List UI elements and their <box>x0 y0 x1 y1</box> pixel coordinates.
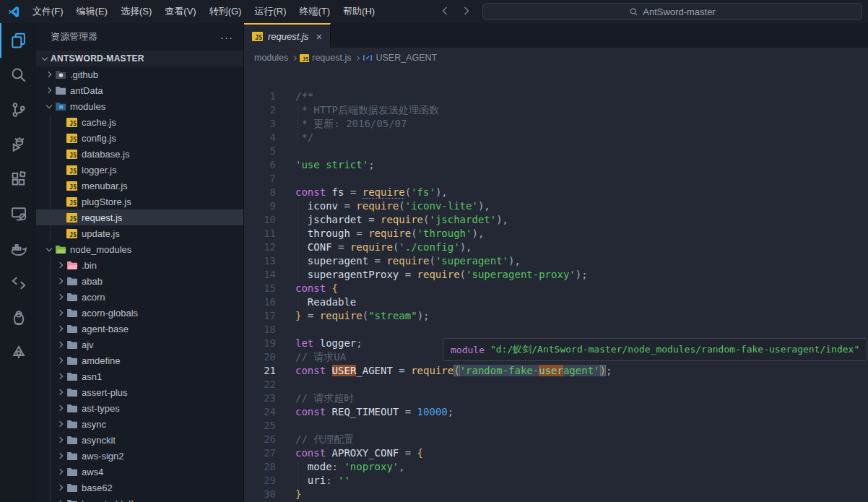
line-number: 2 <box>244 103 276 117</box>
menu-item[interactable]: 帮助(H) <box>337 2 381 21</box>
tree-item-amdefine[interactable]: amdefine <box>36 352 243 368</box>
code-line-30[interactable]: 30} <box>244 488 868 501</box>
code-line-21[interactable]: 21const USER_AGENT = require('random-fak… <box>244 364 868 378</box>
extension-knot-icon[interactable] <box>0 335 36 370</box>
tree-item-.github[interactable]: .github <box>36 66 243 82</box>
line-content: superagent = require('superagent'), <box>276 254 521 268</box>
code-line-26[interactable]: 26// 代理配置 <box>244 433 868 446</box>
code-line-9[interactable]: 9 iconv = require('iconv-lite'), <box>244 199 868 213</box>
tree-item-request.js[interactable]: JSrequest.js <box>36 209 243 225</box>
workspace-root-folder[interactable]: ANTSWORD-MASTER <box>36 51 243 66</box>
tree-item-async[interactable]: async <box>36 416 243 432</box>
tree-item-update.js[interactable]: JSupdate.js <box>36 225 243 241</box>
js-file-icon: JS <box>252 32 263 41</box>
tree-item-bcrypt-pbkdf[interactable]: bcrypt-pbkdf <box>36 495 243 502</box>
tree-item-logger.js[interactable]: JSlogger.js <box>36 162 243 178</box>
code-line-3[interactable]: 3 * 更新: 2016/05/07 <box>244 117 868 131</box>
tree-item-.bin[interactable]: .bin <box>36 257 243 273</box>
search-icon[interactable] <box>0 58 36 92</box>
code-line-28[interactable]: 28 mode: 'noproxy', <box>244 460 868 474</box>
line-number: 6 <box>244 158 276 172</box>
tab-request-js[interactable]: JS request.js × <box>244 23 331 48</box>
history-back-button[interactable] <box>439 5 451 19</box>
code-line-16[interactable]: 16 Readable <box>244 295 868 309</box>
code-line-6[interactable]: 6'use strict'; <box>244 158 868 172</box>
more-actions-icon[interactable]: ··· <box>220 31 233 43</box>
extensions-icon[interactable] <box>0 162 36 196</box>
tree-item-menubar.js[interactable]: JSmenubar.js <box>36 178 243 194</box>
line-number: 21 <box>244 364 276 378</box>
code-line-17[interactable]: 17} = require("stream"); <box>244 309 868 323</box>
menu-item[interactable]: 文件(F) <box>26 2 70 21</box>
tree-item-cache.js[interactable]: JScache.js <box>36 114 243 130</box>
code-line-14[interactable]: 14 superagentProxy = require('superagent… <box>244 268 868 282</box>
code-line-12[interactable]: 12 CONF = require('./config'), <box>244 241 868 254</box>
tree-item-database.js[interactable]: JSdatabase.js <box>36 146 243 162</box>
code-line-27[interactable]: 27const APROXY_CONF = { <box>244 446 868 460</box>
line-number: 25 <box>244 419 276 433</box>
tree-item-ajv[interactable]: ajv <box>36 337 243 352</box>
menu-item[interactable]: 转到(G) <box>203 2 248 21</box>
breadcrumb-item-USER_AGENT[interactable]: USER_AGENT <box>363 53 437 63</box>
code-line-7[interactable]: 7 <box>244 172 868 186</box>
tree-item-base62[interactable]: base62 <box>36 480 243 495</box>
code-line-5[interactable]: 5 <box>244 144 868 158</box>
run-and-debug-icon[interactable] <box>0 127 36 162</box>
line-number: 15 <box>244 282 276 295</box>
tree-item-ast-types[interactable]: ast-types <box>36 400 243 416</box>
tree-item-acorn[interactable]: acorn <box>36 289 243 305</box>
code-line-11[interactable]: 11 through = require('through'), <box>244 227 868 241</box>
code-line-25[interactable]: 25 <box>244 419 868 433</box>
tree-item-asynckit[interactable]: asynckit <box>36 432 243 448</box>
menu-item[interactable]: 运行(R) <box>248 2 292 21</box>
menu-item[interactable]: 编辑(E) <box>70 2 114 21</box>
code-line-22[interactable]: 22 <box>244 378 868 391</box>
tree-item-aws-sign2[interactable]: aws-sign2 <box>36 448 243 464</box>
tree-item-agent-base[interactable]: agent-base <box>36 321 243 337</box>
history-forward-button[interactable] <box>461 5 472 19</box>
tree-item-config.js[interactable]: JSconfig.js <box>36 130 243 146</box>
tree-item-acorn-globals[interactable]: acorn-globals <box>36 305 243 321</box>
tree-item-antData[interactable]: antData <box>36 82 243 98</box>
tree-item-asn1[interactable]: asn1 <box>36 368 243 384</box>
code-line-10[interactable]: 10 jschardet = require('jschardet'), <box>244 213 868 227</box>
menu-item[interactable]: 终端(T) <box>292 2 337 21</box>
code-line-8[interactable]: 8const fs = require('fs'), <box>244 186 868 199</box>
tree-item-modules[interactable]: modules <box>36 98 243 114</box>
tree-item-plugStore.js[interactable]: JSplugStore.js <box>36 194 243 209</box>
code-line-13[interactable]: 13 superagent = require('superagent'), <box>244 254 868 268</box>
tree-item-assert-plus[interactable]: assert-plus <box>36 384 243 400</box>
code-stream-icon[interactable] <box>0 266 36 300</box>
code-line-2[interactable]: 2 * HTTP后端数据发送处理函数 <box>244 103 868 117</box>
code-lines[interactable]: 1/**2 * HTTP后端数据发送处理函数3 * 更新: 2016/05/07… <box>244 68 868 501</box>
line-content <box>276 172 295 186</box>
menu-item[interactable]: 选择(S) <box>114 2 158 21</box>
tree-item-aws4[interactable]: aws4 <box>36 464 243 480</box>
code-line-24[interactable]: 24const REQ_TIMEOUT = 10000; <box>244 405 868 419</box>
line-number: 18 <box>244 323 276 337</box>
tooltip-module-path[interactable]: "d:/蚁剑/AntSword-master/node_modules/rand… <box>490 343 859 356</box>
code-line-23[interactable]: 23// 请求超时 <box>244 391 868 405</box>
tree-item-abab[interactable]: abab <box>36 273 243 289</box>
source-control-icon[interactable] <box>0 92 36 127</box>
command-center-search[interactable]: AntSword-master <box>482 3 862 20</box>
tree-item-node_modules[interactable]: node_modules <box>36 241 243 257</box>
code-line-15[interactable]: 15const { <box>244 282 868 295</box>
code-line-1[interactable]: 1/** <box>244 90 868 103</box>
menu-item[interactable]: 查看(V) <box>158 2 202 21</box>
docker-icon[interactable] <box>0 231 36 266</box>
line-number: 22 <box>244 378 276 391</box>
folder-icon <box>66 482 78 493</box>
explorer-icon[interactable] <box>0 23 36 58</box>
line-content <box>276 378 295 391</box>
breadcrumb-item-request.js[interactable]: JSrequest.js <box>300 53 351 63</box>
linux-wsl-icon[interactable] <box>0 300 36 335</box>
chevron-right-icon <box>55 352 66 368</box>
breadcrumb-item-modules[interactable]: modules <box>254 53 288 63</box>
chevron-down-icon <box>39 51 51 66</box>
code-line-29[interactable]: 29 uri: '' <box>244 474 868 488</box>
close-tab-icon[interactable]: × <box>316 30 322 43</box>
remote-explorer-icon[interactable] <box>0 196 36 231</box>
code-line-4[interactable]: 4 */ <box>244 131 868 144</box>
code-line-18[interactable]: 18 <box>244 323 868 337</box>
